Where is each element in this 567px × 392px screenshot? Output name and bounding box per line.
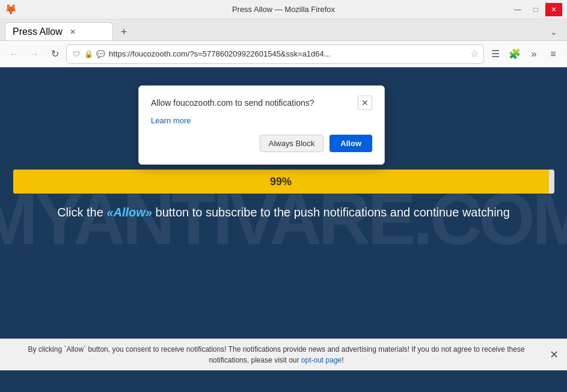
title-bar-left: 🦊 — [5, 4, 17, 16]
back-button[interactable]: ← — [5, 45, 23, 63]
progress-percent: 99% — [270, 176, 292, 188]
tab-close-button[interactable]: ✕ — [67, 26, 78, 37]
nav-right-buttons: ☰ 🧩 » ≡ — [486, 45, 562, 63]
bottom-bar-close-button[interactable]: ✕ — [547, 348, 561, 362]
progress-section: 99% Click the «Allow» button to subscrib… — [13, 170, 554, 219]
nav-bar: ← → ↻ 🛡 🔒 💬 ☆ ☰ 🧩 » ≡ — [0, 41, 567, 67]
forward-button[interactable]: → — [25, 45, 43, 63]
title-bar-controls: — □ ✕ — [509, 3, 562, 16]
pocket-button[interactable]: ☰ — [486, 45, 504, 63]
opt-out-link[interactable]: opt-out page — [301, 356, 342, 364]
extensions-button[interactable]: 🧩 — [506, 45, 524, 63]
more-tools-button[interactable]: » — [525, 45, 543, 63]
url-bar[interactable]: 🛡 🔒 💬 ☆ — [66, 44, 484, 64]
close-window-button[interactable]: ✕ — [545, 3, 562, 16]
minimize-button[interactable]: — — [509, 3, 526, 16]
title-bar: 🦊 Press Allow — Mozilla Firefox — □ ✕ — [0, 0, 567, 19]
popup-close-button[interactable]: ✕ — [358, 96, 372, 110]
popup-buttons: Always Block Allow — [151, 135, 372, 152]
url-input[interactable] — [109, 49, 467, 58]
main-content: MYANTIVARE.COM Allow foucozooth.com to s… — [0, 67, 567, 370]
firefox-logo-icon: 🦊 — [5, 4, 17, 16]
cta-allow-highlight: «Allow» — [106, 206, 152, 219]
allow-button[interactable]: Allow — [329, 135, 372, 152]
show-all-tabs-button[interactable]: ⌄ — [545, 23, 562, 40]
learn-more-link[interactable]: Learn more — [151, 116, 372, 125]
popup-title: Allow foucozooth.com to send notificatio… — [151, 98, 314, 108]
chat-icon: 💬 — [96, 49, 105, 59]
cta-text-before: Click the — [57, 206, 106, 219]
menu-button[interactable]: ≡ — [544, 45, 562, 63]
cta-text-after: button to subscribe to the push notifica… — [152, 206, 510, 219]
shield-icon: 🛡 — [72, 49, 81, 59]
tab-bar-right: ⌄ — [545, 23, 562, 40]
reload-button[interactable]: ↻ — [46, 45, 64, 63]
cta-text: Click the «Allow» button to subscribe to… — [13, 206, 554, 219]
always-block-button[interactable]: Always Block — [260, 135, 324, 152]
progress-bar-fill: 99% — [13, 170, 549, 194]
bottom-bar-text: By clicking `Allow` button, you consent … — [10, 344, 543, 366]
bookmark-icon[interactable]: ☆ — [470, 48, 479, 60]
bottom-notification-bar: By clicking `Allow` button, you consent … — [0, 338, 567, 370]
tab-bar: Press Allow ✕ + ⌄ — [0, 19, 567, 41]
url-bar-icons: 🛡 🔒 💬 — [72, 49, 105, 59]
new-tab-button[interactable]: + — [115, 23, 132, 40]
maximize-button[interactable]: □ — [527, 3, 544, 16]
active-tab[interactable]: Press Allow ✕ — [5, 22, 113, 40]
window-title: Press Allow — Mozilla Firefox — [232, 5, 335, 14]
tab-title: Press Allow — [13, 26, 63, 37]
progress-bar-container: 99% — [13, 170, 554, 194]
lock-icon: 🔒 — [84, 49, 93, 59]
popup-header: Allow foucozooth.com to send notificatio… — [151, 96, 372, 110]
notification-popup: Allow foucozooth.com to send notificatio… — [138, 85, 385, 165]
